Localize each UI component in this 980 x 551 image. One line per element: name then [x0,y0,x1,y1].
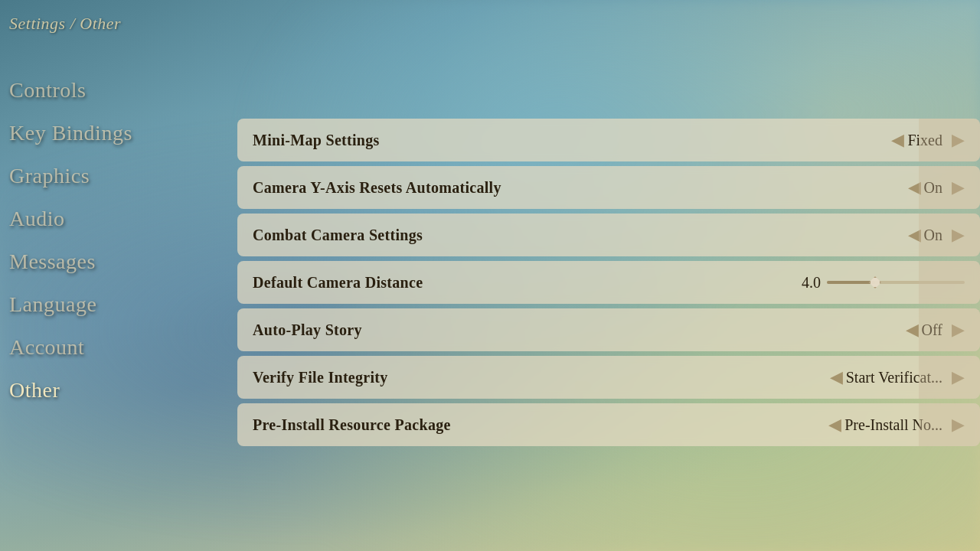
pre-install-label: Pre-Install Resource Package [253,416,828,434]
verify-file-right-arrow[interactable]: ▶ [952,369,965,386]
mini-map-value: Fixed [907,132,942,149]
mini-map-label: Mini-Map Settings [253,132,891,149]
camera-distance-slider-container: 4.0 [609,274,965,292]
setting-row-combat-camera: Combat Camera Settings ◀ On ▶ [237,214,980,256]
sidebar-item-graphics[interactable]: Graphics [0,155,184,197]
camera-distance-value: 4.0 [790,274,821,292]
setting-row-pre-install: Pre-Install Resource Package ◀ Pre-Insta… [237,403,980,446]
combat-camera-value: On [924,227,942,244]
mini-map-left-arrow[interactable]: ◀ [891,132,904,148]
pre-install-right-arrow[interactable]: ▶ [952,416,965,433]
sidebar-item-key-bindings[interactable]: Key Bindings [0,112,184,155]
auto-play-left-arrow[interactable]: ◀ [906,321,919,338]
combat-camera-label: Combat Camera Settings [253,227,908,244]
verify-file-left-arrow[interactable]: ◀ [830,369,843,386]
sidebar-item-language[interactable]: Language [0,283,184,326]
mini-map-right-arrow[interactable]: ▶ [952,132,965,148]
setting-row-mini-map: Mini-Map Settings ◀ Fixed ▶ [237,119,980,161]
auto-play-right-arrow[interactable]: ▶ [952,321,965,338]
sidebar: Controls Key Bindings Graphics Audio Mes… [0,69,184,412]
camera-y-left-arrow[interactable]: ◀ [908,179,921,196]
setting-row-auto-play: Auto-Play Story ◀ Off ▶ [237,308,980,351]
mini-map-controls: ◀ Fixed ▶ [891,132,965,149]
sidebar-item-other[interactable]: Other [0,369,184,412]
camera-y-label: Camera Y-Axis Resets Automatically [253,179,908,197]
combat-camera-controls: ◀ On ▶ [908,227,965,244]
verify-file-controls: ◀ Start Verificat... ▶ [830,369,965,386]
camera-y-controls: ◀ On ▶ [908,179,965,197]
camera-y-right-arrow[interactable]: ▶ [952,179,965,196]
camera-distance-label: Default Camera Distance [253,274,609,292]
combat-camera-right-arrow[interactable]: ▶ [952,227,965,243]
setting-row-camera-y: Camera Y-Axis Resets Automatically ◀ On … [237,166,980,209]
pre-install-controls: ◀ Pre-Install No... ▶ [828,416,965,434]
sidebar-item-audio[interactable]: Audio [0,197,184,240]
auto-play-controls: ◀ Off ▶ [906,321,965,339]
setting-row-verify-file: Verify File Integrity ◀ Start Verificat.… [237,356,980,399]
sidebar-item-messages[interactable]: Messages [0,240,184,283]
setting-row-camera-distance: Default Camera Distance 4.0 [237,261,980,304]
camera-y-value: On [924,179,942,197]
sidebar-item-controls[interactable]: Controls [0,69,184,112]
settings-panel: Mini-Map Settings ◀ Fixed ▶ Camera Y-Axi… [237,119,980,446]
verify-file-label: Verify File Integrity [253,369,830,386]
camera-distance-slider-fill [827,281,875,284]
pre-install-left-arrow[interactable]: ◀ [828,416,841,433]
auto-play-label: Auto-Play Story [253,321,906,339]
auto-play-value: Off [922,321,942,339]
verify-file-value: Start Verificat... [846,369,942,386]
camera-distance-slider-track[interactable] [827,281,965,284]
breadcrumb: Settings / Other [9,14,121,34]
main-content: Settings / Other Controls Key Bindings G… [0,0,980,551]
combat-camera-left-arrow[interactable]: ◀ [908,227,921,243]
sidebar-item-account[interactable]: Account [0,326,184,369]
pre-install-value: Pre-Install No... [844,416,942,434]
camera-distance-slider-thumb[interactable] [869,276,881,289]
